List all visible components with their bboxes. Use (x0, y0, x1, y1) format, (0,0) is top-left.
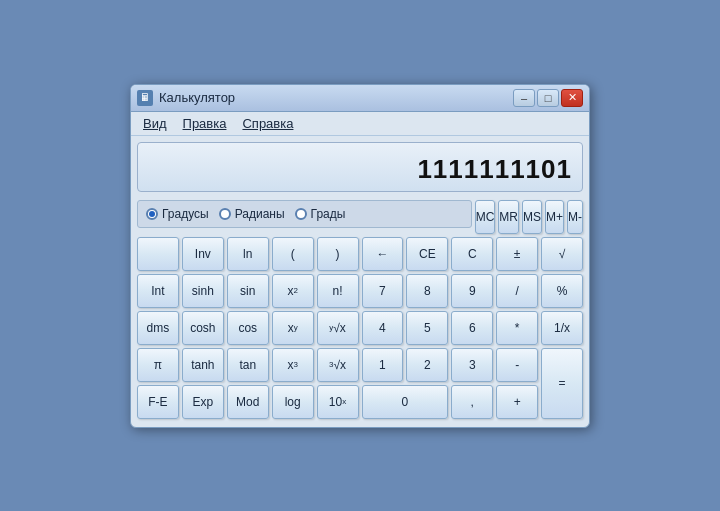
btn-x2[interactable]: x2 (272, 274, 314, 308)
radio-btn-grad[interactable] (295, 208, 307, 220)
title-bar-left: 🖩 Калькулятор (137, 90, 235, 106)
btn-sinh[interactable]: sinh (182, 274, 224, 308)
btn-mod[interactable]: Mod (227, 385, 269, 419)
btn-inv[interactable]: Inv (182, 237, 224, 271)
btn-subtract[interactable]: - (496, 348, 538, 382)
btn-pi[interactable]: π (137, 348, 179, 382)
btn-mr[interactable]: MR (498, 200, 519, 234)
btn-comma[interactable]: , (451, 385, 493, 419)
btn-ce[interactable]: CE (406, 237, 448, 271)
btn-4[interactable]: 4 (362, 311, 404, 345)
radio-btn-gradus[interactable] (146, 208, 158, 220)
btn-x3[interactable]: x3 (272, 348, 314, 382)
btn-log[interactable]: log (272, 385, 314, 419)
btn-open-paren[interactable]: ( (272, 237, 314, 271)
btn-cosh[interactable]: cosh (182, 311, 224, 345)
menu-vid[interactable]: Вид (135, 114, 175, 133)
btn-reciprocal[interactable]: 1/x (541, 311, 583, 345)
angle-mode-selector: Градусы Радианы Грады (137, 200, 472, 228)
maximize-button[interactable]: □ (537, 89, 559, 107)
display-value: 1111111101 (417, 154, 572, 185)
radio-btn-radian[interactable] (219, 208, 231, 220)
btn-tanh[interactable]: tanh (182, 348, 224, 382)
btn-percent[interactable]: % (541, 274, 583, 308)
btn-9[interactable]: 9 (451, 274, 493, 308)
menu-spravka[interactable]: Справка (234, 114, 301, 133)
btn-ms[interactable]: MS (522, 200, 542, 234)
display-area: 1111111101 (137, 142, 583, 192)
btn-5[interactable]: 5 (406, 311, 448, 345)
title-buttons: – □ ✕ (513, 89, 583, 107)
btn-7[interactable]: 7 (362, 274, 404, 308)
btn-3[interactable]: 3 (451, 348, 493, 382)
btn-close-paren[interactable]: ) (317, 237, 359, 271)
btn-1[interactable]: 1 (362, 348, 404, 382)
btn-2[interactable]: 2 (406, 348, 448, 382)
btn-backspace[interactable]: ← (362, 237, 404, 271)
btn-empty1 (137, 237, 179, 271)
btn-6[interactable]: 6 (451, 311, 493, 345)
btn-3root[interactable]: 3√x (317, 348, 359, 382)
radio-radian[interactable]: Радианы (219, 207, 285, 221)
btn-plusminus[interactable]: ± (496, 237, 538, 271)
btn-c[interactable]: C (451, 237, 493, 271)
close-button[interactable]: ✕ (561, 89, 583, 107)
menu-pravka[interactable]: Правка (175, 114, 235, 133)
btn-equals[interactable]: = (541, 348, 583, 419)
btn-ln[interactable]: ln (227, 237, 269, 271)
btn-cos[interactable]: cos (227, 311, 269, 345)
calculator-window: 🖩 Калькулятор – □ ✕ Вид Правка Справка 1… (130, 84, 590, 428)
btn-divide[interactable]: / (496, 274, 538, 308)
btn-fe[interactable]: F-E (137, 385, 179, 419)
memory-buttons: MC MR MS M+ M- (475, 200, 583, 234)
btn-mplus[interactable]: M+ (545, 200, 564, 234)
btn-dms[interactable]: dms (137, 311, 179, 345)
btn-0[interactable]: 0 (362, 385, 449, 419)
btn-add[interactable]: + (496, 385, 538, 419)
radio-gradus[interactable]: Градусы (146, 207, 209, 221)
btn-mminus[interactable]: M- (567, 200, 583, 234)
radio-grad[interactable]: Грады (295, 207, 346, 221)
btn-sqrt[interactable]: √ (541, 237, 583, 271)
calculator-icon: 🖩 (137, 90, 153, 106)
minimize-button[interactable]: – (513, 89, 535, 107)
btn-10x[interactable]: 10x (317, 385, 359, 419)
window-title: Калькулятор (159, 90, 235, 105)
menu-bar: Вид Правка Справка (131, 112, 589, 136)
calc-body: Градусы Радианы Грады MC MR MS M+ M- (131, 196, 589, 427)
btn-mc[interactable]: MC (475, 200, 496, 234)
btn-multiply[interactable]: * (496, 311, 538, 345)
title-bar: 🖩 Калькулятор – □ ✕ (131, 85, 589, 112)
btn-yroot[interactable]: y√x (317, 311, 359, 345)
btn-exp[interactable]: Exp (182, 385, 224, 419)
btn-sin[interactable]: sin (227, 274, 269, 308)
btn-xy[interactable]: xy (272, 311, 314, 345)
btn-factorial[interactable]: n! (317, 274, 359, 308)
btn-int[interactable]: Int (137, 274, 179, 308)
btn-8[interactable]: 8 (406, 274, 448, 308)
btn-tan[interactable]: tan (227, 348, 269, 382)
